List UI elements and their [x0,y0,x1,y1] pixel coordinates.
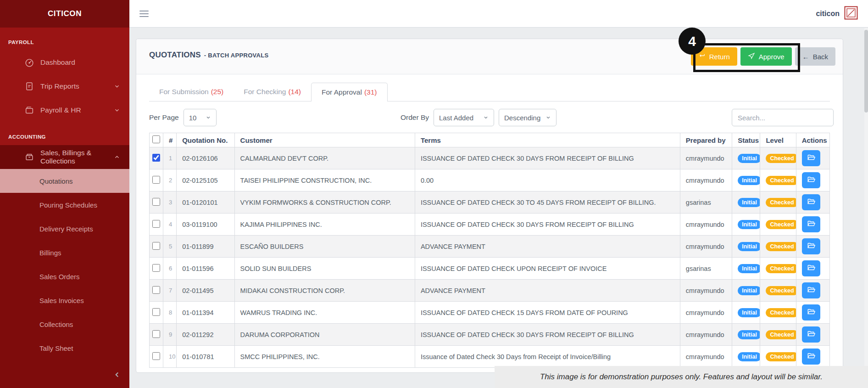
open-folder-icon [807,175,815,185]
prepared-by-cell: cmraymundo [680,169,732,191]
open-record-button[interactable] [802,216,820,232]
sidebar-item-collections[interactable]: Collections [0,312,129,336]
status-cell: Initial [732,147,760,169]
status-cell: Initial [732,324,760,346]
row-checkbox[interactable] [152,242,160,250]
sidebar-item-billings[interactable]: Billings [0,241,129,264]
quotation-no-cell: 01-011394 [177,302,234,324]
table-row: 702-011495MIDAKAI CONSTRUCTION CORP.ADVA… [150,280,830,302]
tabs: For Submission (25) For Checking (14) Fo… [149,83,830,101]
level-cell: Checked [760,147,796,169]
col-customer: Customer [234,133,415,147]
row-number: 6 [163,258,177,280]
row-number: 7 [163,280,177,302]
sidebar-item-payroll-hr[interactable]: Payroll & HR [0,98,129,122]
sidebar-item-trip-reports[interactable]: Trip Reports [0,74,129,98]
sidebar-item-quotations[interactable]: Quotations [0,169,129,193]
sidebar-item-sales-invoices[interactable]: Sales Invoices [0,288,129,312]
sidebar-item-pouring-schedules[interactable]: Pouring Schedules [0,193,129,217]
status-cell: Initial [732,214,760,236]
row-checkbox[interactable] [152,176,160,184]
sidebar-section-accounting: ACCOUNTING [0,122,129,145]
hamburger-menu-button[interactable] [139,11,149,17]
row-checkbox[interactable] [152,198,160,206]
table-row: 902-011292DARUMA CORPORATIONISSUANCE OF … [150,324,830,346]
topbar: citicon [129,0,868,28]
open-folder-icon [807,219,815,229]
tab-for-submission[interactable]: For Submission (25) [149,83,234,101]
terms-cell: ISSUANCE OF DATED CHECK UPON RECEIPT OF … [415,258,680,280]
table-row: 102-0126106CALMARLAND DEV'T CORP.ISSUANC… [150,147,830,169]
sidebar-item-dashboard[interactable]: Dashboard [0,51,129,74]
status-cell: Initial [732,280,760,302]
sidebar-item-delivery-receipts[interactable]: Delivery Receipts [0,217,129,241]
row-number: 2 [163,169,177,191]
order-by-group: Order By Last Added Descending [401,109,556,126]
topbar-brand[interactable]: citicon [816,6,858,22]
sidebar-item-sales-billings-collections[interactable]: Sales, Billings & Collections [0,145,129,169]
open-record-button[interactable] [802,282,820,298]
prepared-by-cell: cmraymundo [680,302,732,324]
status-cell: Initial [732,346,760,368]
back-button[interactable]: ← Back [795,47,835,66]
col-status: Status [732,133,760,147]
chevron-down-icon [114,83,120,90]
status-badge: Initial [738,176,760,185]
actions-cell [796,191,829,214]
level-badge: Checked [766,330,796,339]
open-record-button[interactable] [802,260,820,276]
level-badge: Checked [766,352,796,361]
direction-select[interactable]: Descending [499,109,556,126]
row-checkbox[interactable] [152,308,160,316]
status-badge: Initial [738,330,760,339]
tab-for-checking[interactable]: For Checking (14) [234,83,311,101]
open-folder-icon [807,242,815,251]
chevron-down-icon [545,114,551,122]
brand-text: citicon [816,10,840,18]
level-badge: Checked [766,198,796,207]
row-number: 8 [163,302,177,324]
per-page-select[interactable]: 10 [184,109,217,126]
quotation-no-cell: 02-0125105 [177,169,234,191]
col-terms: Terms [415,133,680,147]
row-checkbox[interactable] [152,154,160,162]
open-record-button[interactable] [802,150,820,166]
prepared-by-cell: gsarinas [680,258,732,280]
order-by-select[interactable]: Last Added [434,109,494,126]
sidebar-collapse-button[interactable] [113,371,121,381]
open-record-button[interactable] [802,349,820,365]
approve-button[interactable]: Approve [740,47,792,66]
tab-for-approval[interactable]: For Approval (31) [311,83,387,101]
speedometer-icon [24,57,35,68]
level-cell: Checked [760,169,796,191]
sidebar-item-sales-orders[interactable]: Sales Orders [0,264,129,288]
table-header-row: # Quotation No. Customer Terms Prepared … [150,133,830,147]
row-checkbox[interactable] [152,330,160,338]
select-all-checkbox[interactable] [152,135,160,143]
page-scrollbar[interactable] [864,28,868,388]
table-row: 801-011394WAMRUS TRADING INC.ISSUANCE OF… [150,302,830,324]
status-badge: Initial [738,242,760,251]
search-input[interactable] [732,109,834,126]
quotation-no-cell: 02-011292 [177,324,234,346]
customer-cell: WAMRUS TRADING INC. [234,302,415,324]
status-cell: Initial [732,302,760,324]
level-cell: Checked [760,324,796,346]
row-checkbox[interactable] [152,352,160,360]
open-record-button[interactable] [802,304,820,321]
table-controls: Per Page 10 Order By Last Added [149,109,830,126]
sidebar-item-tally-sheet[interactable]: Tally Sheet [0,336,129,360]
open-record-button[interactable] [802,238,820,254]
open-record-button[interactable] [802,194,820,210]
open-record-button[interactable] [802,326,820,343]
open-record-button[interactable] [802,172,820,188]
level-badge: Checked [766,220,796,229]
tab-count: (31) [364,88,377,96]
row-checkbox[interactable] [152,264,160,272]
row-checkbox[interactable] [152,220,160,228]
level-cell: Checked [760,214,796,236]
prepared-by-cell: cmraymundo [680,214,732,236]
table-row: 1001-010781SMCC PHILIPPINES, INC.Issuanc… [150,346,830,368]
row-checkbox[interactable] [152,286,160,294]
return-button[interactable]: Return [691,47,737,66]
